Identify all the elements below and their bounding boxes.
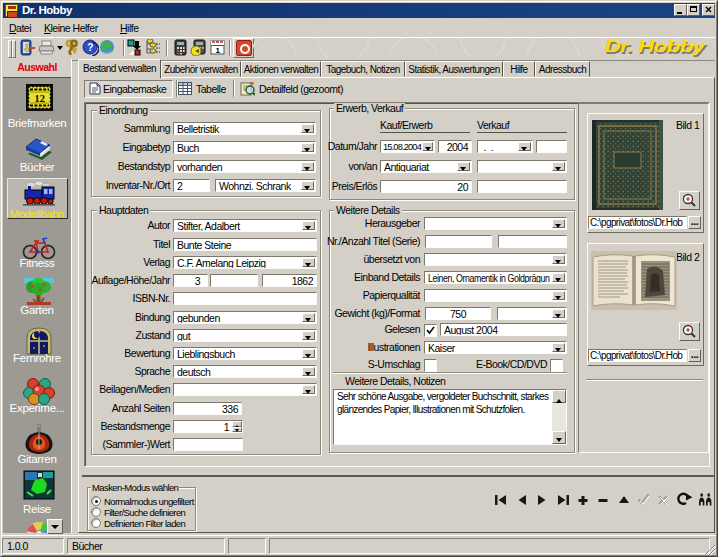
svg-text:Dr. Hobby: Dr. Hobby bbox=[605, 38, 707, 55]
svg-text:?: ? bbox=[87, 42, 93, 53]
svg-text:12: 12 bbox=[34, 92, 45, 104]
